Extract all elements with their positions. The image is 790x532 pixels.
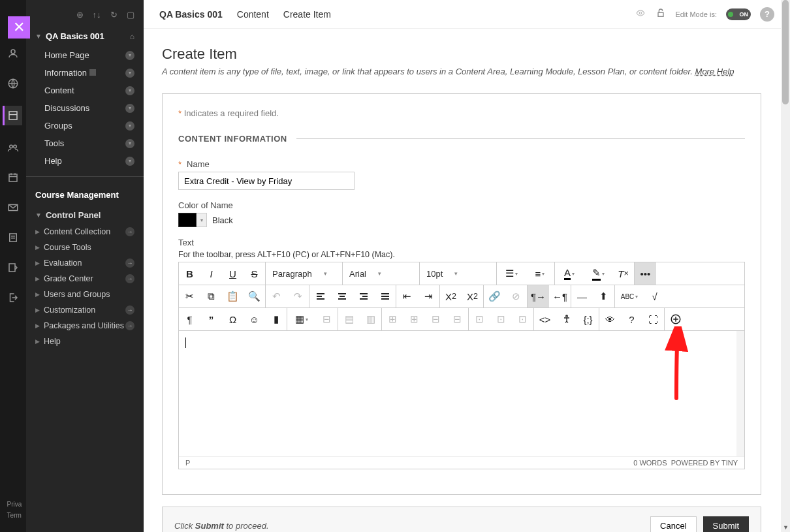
go-icon[interactable]: →	[125, 305, 134, 315]
chevron-down-icon[interactable]: ▼	[35, 211, 42, 219]
anchor-button[interactable]: ▮	[265, 308, 287, 330]
rail-privacy-link[interactable]: Priva	[7, 501, 22, 508]
pilcrow-button[interactable]: ¶	[179, 308, 200, 330]
emoji-button[interactable]: ☺	[244, 308, 265, 330]
table-delete-button[interactable]: ⊟	[316, 308, 338, 330]
breadcrumb-course[interactable]: QA Basics 001	[159, 9, 223, 20]
find-button[interactable]: 🔍	[244, 285, 265, 307]
bullet-list-button[interactable]: ☰ ▾	[497, 262, 526, 285]
fontsize-dropdown[interactable]: 10pt▾	[420, 262, 497, 285]
sidebar-item-content[interactable]: Content▾	[26, 82, 144, 99]
sidebar-add-icon[interactable]: ⊕	[74, 9, 85, 20]
cp-item-customization[interactable]: ▶Customization→	[26, 302, 144, 318]
delete-row-button[interactable]: ⊟	[425, 308, 447, 330]
breadcrumb-content[interactable]: Content	[237, 9, 269, 20]
options-dot-icon[interactable]: ▾	[125, 51, 134, 60]
edit-mode-toggle[interactable]: ON	[726, 8, 751, 20]
more-tools-button[interactable]: •••	[635, 262, 656, 285]
editor-textarea[interactable]	[179, 331, 744, 456]
table-insert-button[interactable]: ▦ ▾	[287, 308, 316, 330]
quote-button[interactable]: ”	[200, 308, 222, 330]
rail-profile-icon[interactable]	[5, 46, 21, 61]
align-justify-button[interactable]	[374, 285, 396, 307]
close-panel-button[interactable]: ✕	[8, 16, 30, 39]
chevron-down-icon[interactable]: ▼	[35, 33, 42, 40]
rail-courses-icon[interactable]	[3, 106, 22, 125]
align-center-button[interactable]	[331, 285, 353, 307]
color-swatch[interactable]	[178, 213, 197, 227]
rail-edit-icon[interactable]	[5, 260, 21, 275]
home-icon[interactable]: ⌂	[130, 32, 134, 41]
submit-button[interactable]: Submit	[703, 516, 749, 532]
delete-col-button[interactable]: ⊟	[447, 308, 468, 330]
scrollbar-thumb[interactable]	[782, 0, 789, 104]
indent-button[interactable]: ⇥	[418, 285, 439, 307]
sidebar-item-information[interactable]: Information▾	[26, 64, 144, 82]
color-dropdown-icon[interactable]: ▾	[197, 213, 207, 227]
breadcrumb-create-item[interactable]: Create Item	[283, 9, 331, 20]
number-list-button[interactable]: ≡ ▾	[526, 262, 554, 285]
go-icon[interactable]: →	[125, 227, 134, 236]
superscript-button[interactable]: X2	[440, 285, 462, 307]
rtl-button[interactable]: ←¶	[549, 285, 571, 307]
outdent-button[interactable]: ⇤	[396, 285, 418, 307]
merge-cells-button[interactable]: ⊡	[469, 308, 490, 330]
options-dot-icon[interactable]: ▾	[125, 121, 134, 131]
table-cell-props-button[interactable]: ▥	[360, 308, 381, 330]
cut-button[interactable]: ✂	[179, 285, 200, 307]
cp-item-help[interactable]: ▶Help	[26, 334, 144, 349]
spellcheck-button[interactable]: ABC ▾	[615, 285, 644, 307]
underline-button[interactable]: U	[222, 262, 244, 285]
special-char-button[interactable]: Ω	[222, 308, 244, 330]
more-help-link[interactable]: More Help	[695, 67, 735, 76]
cancel-button[interactable]: Cancel	[650, 516, 696, 532]
ltr-button[interactable]: ¶→	[528, 285, 549, 307]
bold-button[interactable]: B	[179, 262, 200, 285]
sidebar-item-home[interactable]: Home Page▾	[26, 46, 144, 64]
preview-button[interactable]: 👁	[599, 308, 621, 330]
sidebar-item-groups[interactable]: Groups▾	[26, 117, 144, 134]
sidebar-item-tools[interactable]: Tools▾	[26, 134, 144, 152]
go-icon[interactable]: →	[125, 274, 134, 283]
link-button[interactable]: 🔗	[484, 285, 505, 307]
redo-button[interactable]: ↷	[287, 285, 309, 307]
options-dot-icon[interactable]: ▾	[125, 86, 134, 95]
text-color-button[interactable]: A ▾	[555, 262, 584, 285]
insert-row-after-button[interactable]: ⊞	[403, 308, 425, 330]
rail-terms-link[interactable]: Term	[7, 512, 22, 519]
sidebar-course-title[interactable]: QA Basics 001	[46, 31, 104, 41]
cp-item-packages[interactable]: ▶Packages and Utilities→	[26, 318, 144, 334]
rail-globe-icon[interactable]	[5, 76, 21, 91]
code-sample-button[interactable]: {;}	[577, 308, 599, 330]
upload-button[interactable]: ⬆	[593, 285, 614, 307]
code-view-button[interactable]: <>	[534, 308, 556, 330]
go-icon[interactable]: →	[125, 321, 134, 330]
undo-button[interactable]: ↶	[266, 285, 287, 307]
cp-item-evaluation[interactable]: ▶Evaluation→	[26, 255, 144, 271]
rail-messages-icon[interactable]	[5, 200, 21, 215]
sidebar-folder-icon[interactable]: ▢	[125, 9, 136, 20]
sidebar-refresh-icon[interactable]: ↻	[108, 9, 119, 20]
editor-scrollbar[interactable]	[736, 331, 744, 456]
sidebar-item-discussions[interactable]: Discussions▾	[26, 99, 144, 117]
math-button[interactable]: √	[644, 285, 665, 307]
split-cell-button[interactable]: ⊡	[490, 308, 512, 330]
fullscreen-button[interactable]: ⛶	[642, 308, 664, 330]
sidebar-reorder-icon[interactable]: ↑↓	[91, 9, 102, 20]
go-icon[interactable]: →	[125, 258, 134, 268]
rail-exit-icon[interactable]	[5, 290, 21, 305]
rail-calendar-icon[interactable]	[5, 170, 21, 185]
accessibility-button[interactable]	[556, 308, 577, 330]
hr-button[interactable]: —	[571, 285, 593, 307]
cp-item-users-groups[interactable]: ▶Users and Groups	[26, 287, 144, 302]
options-dot-icon[interactable]: ▾	[125, 157, 134, 166]
paragraph-dropdown[interactable]: Paragraph▾	[266, 262, 343, 285]
rail-doc-icon[interactable]	[5, 230, 21, 245]
options-dot-icon[interactable]: ▾	[125, 104, 134, 113]
font-dropdown[interactable]: Arial▾	[343, 262, 420, 285]
table-row-props-button[interactable]: ▤	[338, 308, 360, 330]
preview-icon[interactable]	[635, 8, 646, 20]
lock-icon[interactable]	[656, 7, 666, 22]
strikethrough-button[interactable]: S	[244, 262, 265, 285]
rail-groups-icon[interactable]	[5, 140, 21, 155]
